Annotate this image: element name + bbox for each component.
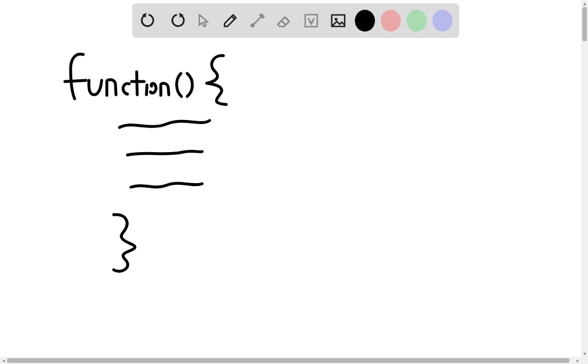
redo-icon — [168, 12, 185, 29]
text-button[interactable] — [301, 9, 322, 32]
color-swatch-black[interactable] — [355, 10, 375, 32]
horizontal-scroll-thumb[interactable] — [7, 358, 570, 363]
pen-button[interactable] — [220, 9, 241, 32]
scrollbar-corner — [581, 357, 588, 364]
scroll-left-arrow[interactable]: ◂ — [0, 357, 7, 364]
color-swatch-pink[interactable] — [381, 10, 401, 32]
image-icon — [330, 12, 347, 29]
vertical-scroll-track[interactable] — [581, 7, 588, 350]
pointer-button[interactable] — [193, 9, 214, 32]
color-swatch-lavender[interactable] — [432, 10, 452, 32]
image-button[interactable] — [328, 9, 349, 32]
color-swatch-green[interactable] — [407, 10, 427, 32]
horizontal-scrollbar[interactable]: ◂ ▸ — [0, 357, 581, 364]
scroll-up-arrow[interactable]: ▴ — [581, 0, 588, 7]
pointer-icon — [195, 13, 211, 29]
eraser-button[interactable] — [274, 9, 295, 32]
undo-icon — [141, 12, 158, 29]
text-box-icon — [303, 13, 319, 29]
vertical-scrollbar[interactable]: ▴ ▾ — [581, 0, 588, 357]
toolbar — [132, 3, 459, 38]
scroll-down-arrow[interactable]: ▾ — [581, 350, 588, 357]
tools-button[interactable] — [247, 9, 268, 32]
vertical-scroll-thumb[interactable] — [582, 7, 587, 41]
drawing-app: ▴ ▾ ◂ ▸ — [0, 0, 588, 364]
horizontal-scroll-track[interactable] — [7, 357, 574, 364]
scroll-right-arrow[interactable]: ▸ — [574, 357, 581, 364]
undo-button[interactable] — [139, 9, 160, 32]
canvas[interactable] — [0, 0, 581, 357]
eraser-icon — [276, 12, 293, 29]
svg-point-3 — [335, 18, 338, 21]
tools-icon — [249, 13, 265, 29]
redo-button[interactable] — [166, 9, 187, 32]
pen-icon — [222, 12, 239, 29]
